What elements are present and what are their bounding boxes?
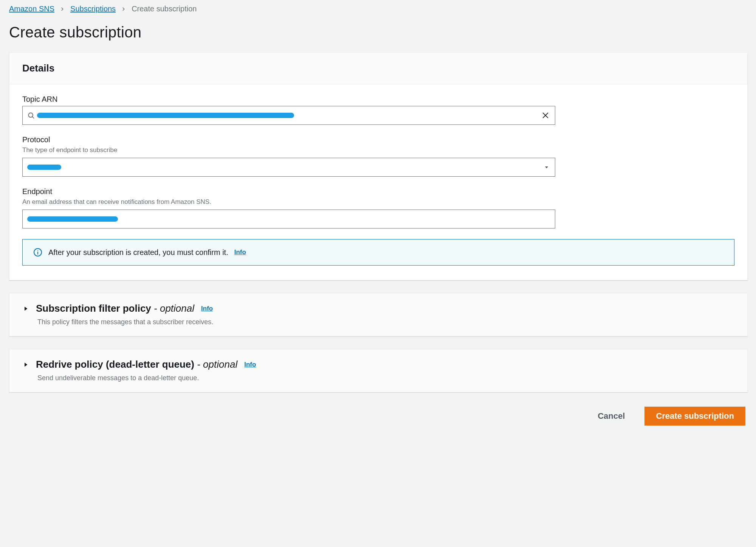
- redrive-policy-panel: Redrive policy (dead-letter queue) - opt…: [9, 349, 748, 392]
- confirm-info-text: After your subscription is created, you …: [48, 248, 228, 257]
- filter-policy-optional: - optional: [154, 303, 194, 314]
- filter-policy-desc: This policy filters the messages that a …: [37, 318, 734, 326]
- clear-topic-arn-button[interactable]: [540, 110, 551, 121]
- endpoint-label: Endpoint: [22, 187, 734, 196]
- confirm-info-alert: After your subscription is created, you …: [22, 239, 734, 266]
- redrive-policy-optional: - optional: [197, 359, 237, 370]
- svg-marker-8: [25, 306, 28, 311]
- protocol-help: The type of endpoint to subscribe: [22, 146, 734, 154]
- details-panel: Details Topic ARN: [9, 52, 748, 280]
- redrive-policy-toggle[interactable]: Redrive policy (dead-letter queue) - opt…: [22, 359, 734, 370]
- endpoint-input[interactable]: [22, 210, 555, 228]
- topic-arn-input[interactable]: [22, 106, 555, 125]
- protocol-group: Protocol The type of endpoint to subscri…: [22, 135, 734, 177]
- redrive-policy-desc: Send undeliverable messages to a dead-le…: [37, 374, 734, 382]
- page-title: Create subscription: [9, 24, 748, 41]
- svg-line-1: [33, 117, 34, 118]
- action-row: Cancel Create subscription: [9, 405, 748, 426]
- svg-marker-9: [25, 362, 28, 367]
- protocol-value-redacted: [27, 165, 61, 170]
- topic-arn-label: Topic ARN: [22, 95, 734, 104]
- chevron-right-icon: [121, 6, 126, 12]
- chevron-right-icon: [60, 6, 65, 12]
- confirm-info-link[interactable]: Info: [234, 249, 246, 256]
- protocol-label: Protocol: [22, 135, 734, 144]
- endpoint-help: An email address that can receive notifi…: [22, 198, 734, 206]
- caret-down-icon: [544, 164, 550, 170]
- details-header: Details: [9, 53, 747, 84]
- protocol-select[interactable]: [22, 158, 555, 177]
- caret-right-icon: [22, 305, 29, 312]
- breadcrumb-link-subscriptions[interactable]: Subscriptions: [70, 5, 116, 13]
- endpoint-value-redacted: [27, 216, 118, 222]
- redrive-policy-title: Redrive policy (dead-letter queue): [36, 359, 194, 370]
- filter-policy-title: Subscription filter policy: [36, 303, 151, 314]
- create-subscription-button[interactable]: Create subscription: [644, 407, 745, 426]
- close-icon: [541, 111, 550, 120]
- topic-arn-value-redacted: [37, 113, 294, 118]
- endpoint-group: Endpoint An email address that can recei…: [22, 187, 734, 228]
- breadcrumb: Amazon SNS Subscriptions Create subscrip…: [9, 5, 748, 13]
- redrive-policy-info-link[interactable]: Info: [244, 361, 256, 368]
- filter-policy-panel: Subscription filter policy - optional In…: [9, 293, 748, 336]
- search-icon: [27, 112, 35, 119]
- cancel-button[interactable]: Cancel: [586, 407, 636, 426]
- info-icon: [33, 248, 42, 257]
- topic-arn-group: Topic ARN: [22, 95, 734, 125]
- breadcrumb-current: Create subscription: [132, 5, 197, 13]
- svg-point-7: [37, 250, 38, 251]
- breadcrumb-link-sns[interactable]: Amazon SNS: [9, 5, 54, 13]
- svg-marker-4: [545, 166, 548, 168]
- filter-policy-toggle[interactable]: Subscription filter policy - optional In…: [22, 303, 734, 314]
- caret-right-icon: [22, 361, 29, 368]
- filter-policy-info-link[interactable]: Info: [201, 305, 213, 312]
